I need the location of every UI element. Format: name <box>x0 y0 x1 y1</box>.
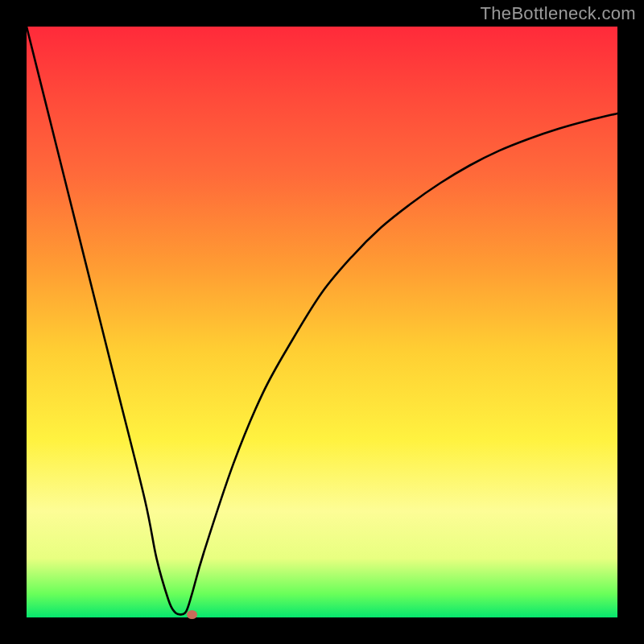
attribution-label: TheBottleneck.com <box>481 3 636 24</box>
bottleneck-curve <box>27 27 617 617</box>
curve-path <box>27 27 617 614</box>
optimum-marker <box>187 610 197 619</box>
plot-area <box>27 27 617 617</box>
chart-frame: TheBottleneck.com <box>0 0 644 644</box>
